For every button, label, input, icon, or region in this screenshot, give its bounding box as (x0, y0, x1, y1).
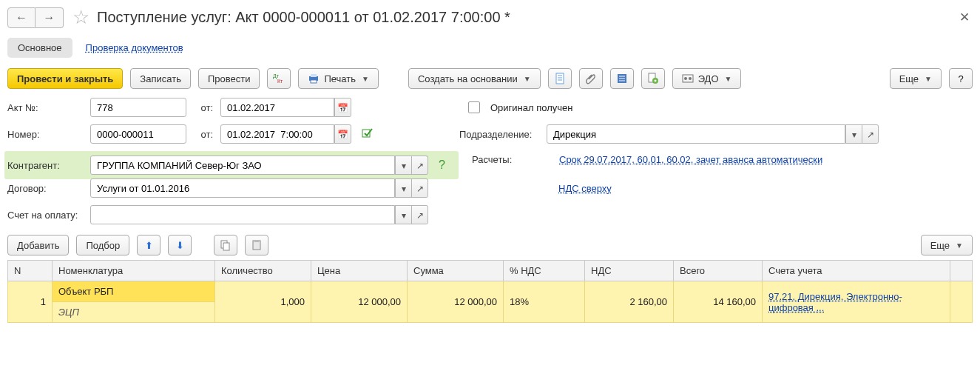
favorite-star-icon[interactable]: ☆ (72, 6, 89, 29)
col-vat-percent[interactable]: % НДС (504, 261, 585, 281)
list-blue-icon[interactable] (610, 68, 634, 89)
edo-label: ЭДО (698, 73, 719, 84)
col-qty[interactable]: Количество (215, 261, 311, 281)
cell-qty[interactable]: 1,000 (215, 281, 311, 323)
chevron-down-icon[interactable]: ▾ (395, 179, 411, 198)
col-nomenclature[interactable]: Номенклатура (53, 261, 215, 281)
svg-rect-4 (311, 80, 317, 83)
cell-accounts[interactable]: 97.21, Дирекция, Электронно-цифровая ... (763, 281, 950, 323)
open-ref-icon[interactable]: ↗ (862, 125, 878, 144)
contract-field[interactable] (90, 178, 395, 198)
original-received-label: Оригинал получен (490, 102, 572, 113)
chevron-down-icon[interactable]: ▾ (395, 206, 411, 224)
svg-rect-21 (223, 243, 229, 250)
post-and-close-button[interactable]: Провести и закрыть (7, 68, 123, 89)
move-down-button[interactable]: ⬇ (168, 235, 192, 255)
calculations-label: Расчеты: (472, 154, 553, 165)
chevron-down-icon: ▼ (925, 75, 932, 83)
pick-button[interactable]: Подбор (76, 235, 129, 255)
chevron-down-icon: ▼ (725, 75, 732, 83)
contract-label: Договор: (7, 183, 84, 194)
open-ref-icon[interactable]: ↗ (411, 179, 428, 198)
table-toolbar: Добавить Подбор ⬆ ⬇ Еще ▼ (7, 235, 973, 255)
number-label: Номер: (7, 129, 84, 140)
original-received-checkbox[interactable] (468, 101, 480, 113)
print-button[interactable]: Печать ▼ (298, 68, 379, 89)
open-ref-icon[interactable]: ↗ (411, 156, 428, 175)
col-sum[interactable]: Сумма (408, 261, 504, 281)
chevron-down-icon[interactable]: ▾ (395, 156, 411, 175)
help-button[interactable]: ? (949, 68, 973, 89)
attachment-icon[interactable] (579, 68, 603, 89)
chevron-down-icon[interactable]: ▾ (845, 125, 862, 144)
counterparty-field[interactable] (90, 156, 395, 175)
akt-date-field[interactable] (220, 98, 334, 117)
doc-icon[interactable] (548, 68, 572, 89)
tab-main[interactable]: Основное (7, 38, 72, 58)
chevron-down-icon: ▼ (362, 75, 369, 83)
svg-rect-5 (556, 73, 564, 84)
col-n[interactable]: N (8, 261, 53, 281)
copy-icon[interactable] (214, 235, 237, 255)
more-button[interactable]: Еще ▼ (890, 68, 942, 89)
cell-nomenclature-sub[interactable]: ЭЦП (53, 302, 215, 323)
save-button[interactable]: Записать (130, 68, 191, 89)
create-based-on-button[interactable]: Создать на основании ▼ (408, 68, 541, 89)
number-field[interactable] (90, 124, 186, 144)
table-row[interactable]: 1 Объект РБП 1,000 12 000,00 12 000,00 1… (8, 281, 973, 302)
tabs-row: Основное Проверка документов (7, 38, 973, 58)
tab-check-documents[interactable]: Проверка документов (83, 38, 186, 58)
vat-link[interactable]: НДС сверху (558, 183, 612, 194)
chevron-down-icon: ▼ (524, 75, 531, 83)
ot-label-2: от: (192, 129, 213, 140)
title-bar: ← → ☆ Поступление услуг: Акт 0000-000011… (7, 6, 973, 29)
create-based-label: Создать на основании (418, 73, 518, 84)
ot-label-1: от: (192, 102, 213, 113)
forward-button[interactable]: → (36, 7, 64, 28)
move-up-button[interactable]: ⬆ (137, 235, 160, 255)
counterparty-label: Контрагент: (7, 160, 84, 171)
cell-sum[interactable]: 12 000,00 (408, 281, 504, 323)
col-price[interactable]: Цена (311, 261, 408, 281)
items-table: N Номенклатура Количество Цена Сумма % Н… (7, 260, 973, 323)
cell-vat[interactable]: 2 160,00 (585, 281, 674, 323)
table-header-row: N Номенклатура Количество Цена Сумма % Н… (8, 261, 973, 281)
calendar-icon[interactable]: 📅 (334, 98, 351, 117)
calculations-link[interactable]: Срок 29.07.2017, 60.01, 60.02, зачет ава… (559, 154, 822, 165)
check-icon[interactable] (362, 127, 374, 141)
add-row-button[interactable]: Добавить (7, 235, 69, 255)
back-button[interactable]: ← (7, 7, 36, 28)
subdivision-field[interactable] (547, 124, 845, 144)
svg-point-15 (654, 80, 656, 82)
subdivision-label: Подразделение: (459, 129, 541, 140)
cell-nomenclature[interactable]: Объект РБП (53, 281, 215, 302)
cell-price[interactable]: 12 000,00 (311, 281, 408, 323)
edo-button[interactable]: ЭДО ▼ (672, 68, 742, 89)
post-button[interactable]: Провести (198, 68, 260, 89)
open-ref-icon[interactable]: ↗ (411, 206, 428, 224)
calendar-icon[interactable]: 📅 (334, 125, 351, 144)
invoice-field[interactable] (90, 205, 395, 224)
cell-vat-percent[interactable]: 18% (504, 281, 585, 323)
print-label: Печать (324, 73, 356, 84)
col-vat[interactable]: НДС (585, 261, 674, 281)
svg-point-18 (689, 77, 692, 80)
svg-point-17 (684, 77, 687, 80)
cell-n[interactable]: 1 (8, 281, 53, 323)
number-date-field[interactable] (220, 124, 334, 144)
more-label: Еще (899, 73, 919, 84)
gear-doc-icon[interactable] (641, 68, 665, 89)
main-toolbar: Провести и закрыть Записать Провести ДтК… (7, 68, 973, 89)
akt-no-field[interactable] (90, 98, 186, 117)
table-more-button[interactable]: Еще ▼ (921, 235, 973, 255)
col-accounts[interactable]: Счета учета (763, 261, 950, 281)
dt-kt-icon[interactable]: ДтКт (267, 68, 291, 89)
svg-text:Кт: Кт (277, 78, 283, 84)
help-hint-icon[interactable]: ? (439, 158, 445, 172)
close-icon[interactable]: ✕ (956, 10, 973, 25)
svg-rect-23 (254, 240, 259, 242)
paste-icon[interactable] (245, 235, 268, 255)
col-total[interactable]: Всего (674, 261, 763, 281)
window-title: Поступление услуг: Акт 0000-000011 от 01… (97, 9, 510, 26)
cell-total[interactable]: 14 160,00 (674, 281, 763, 323)
